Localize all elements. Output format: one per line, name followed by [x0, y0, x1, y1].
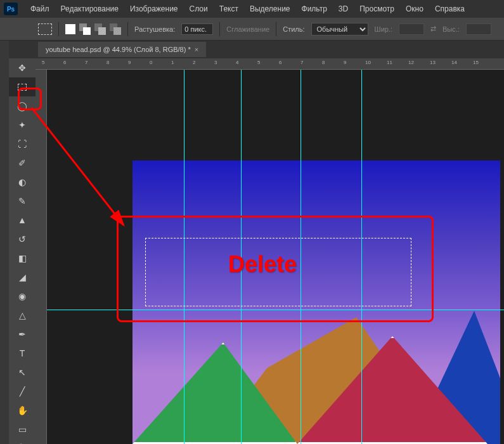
- menu-view[interactable]: Просмотр: [354, 2, 399, 16]
- document-tab-title: youtube head.psd @ 44.9% (Слой 8, RGB/8)…: [46, 46, 191, 53]
- crop-tool[interactable]: ⛶: [9, 134, 36, 153]
- tool-indicator: [38, 23, 52, 35]
- close-tab-icon[interactable]: ×: [195, 46, 198, 53]
- patch-tool[interactable]: ◐: [9, 173, 36, 192]
- stamp-tool[interactable]: ▲: [9, 211, 36, 230]
- menu-3d[interactable]: 3D: [333, 2, 353, 16]
- width-input: [399, 23, 424, 35]
- new-selection-icon[interactable]: [65, 24, 75, 34]
- feather-input[interactable]: [181, 23, 213, 35]
- menu-edit[interactable]: Редактирование: [56, 2, 124, 16]
- style-label: Стиль:: [283, 25, 304, 33]
- path-tool[interactable]: ╱: [9, 382, 36, 401]
- divider: [127, 22, 128, 36]
- divider: [276, 22, 276, 36]
- menu-layers[interactable]: Слои: [184, 2, 213, 16]
- artwork: [132, 160, 500, 444]
- shape-tool[interactable]: ▭: [9, 420, 36, 439]
- style-select[interactable]: Обычный: [311, 23, 368, 36]
- menu-window[interactable]: Окно: [401, 2, 429, 16]
- divider: [219, 22, 220, 36]
- swap-icon: ⇄: [430, 25, 436, 33]
- guide-vertical[interactable]: [184, 70, 184, 444]
- height-input: [466, 23, 491, 35]
- guide-vertical[interactable]: [361, 70, 362, 444]
- dodge-tool[interactable]: △: [9, 306, 36, 325]
- menu-filter[interactable]: Фильтр: [297, 2, 332, 16]
- gradient-tool[interactable]: ◢: [9, 268, 36, 287]
- history-tool[interactable]: ↺: [9, 230, 36, 249]
- menu-help[interactable]: Справка: [430, 2, 470, 16]
- horizontal-ruler: 5 6 7 8 9 0 1 2 3 4 5 6 7 8 9 10 11 12 1…: [36, 58, 504, 70]
- divider: [58, 22, 59, 36]
- feather-label: Растушевка:: [134, 25, 175, 33]
- document-tab[interactable]: youtube head.psd @ 44.9% (Слой 8, RGB/8)…: [38, 42, 206, 57]
- pen-tool[interactable]: ✒: [9, 325, 36, 344]
- annotation-text: Delete: [228, 251, 297, 278]
- subtract-selection-icon[interactable]: [94, 23, 106, 35]
- menu-file[interactable]: Файл: [25, 2, 55, 16]
- eraser-tool[interactable]: ◧: [9, 249, 36, 268]
- toolbar: ✥ ◯ ✦ ⛶ ✐ ◐ ✎ ▲ ↺ ◧ ◢ ◉ △ ✒ T ↖ ╱ ✋ ▭ 🔍: [9, 58, 36, 444]
- vertical-ruler: [36, 70, 47, 444]
- width-label: Шир.:: [375, 25, 392, 33]
- menu-text[interactable]: Текст: [214, 2, 243, 16]
- height-label: Выс.:: [443, 25, 460, 33]
- guide-horizontal[interactable]: [47, 310, 504, 310]
- add-selection-icon[interactable]: [79, 23, 91, 35]
- antialias-label: Сглаживание: [226, 25, 269, 33]
- menu-select[interactable]: Выделение: [245, 2, 295, 16]
- ps-logo: Ps: [4, 3, 18, 15]
- move-tool[interactable]: ✥: [9, 58, 36, 77]
- intersect-selection-icon[interactable]: [110, 23, 121, 35]
- left-panel-strip: [0, 41, 9, 444]
- hand-tool[interactable]: ✋: [9, 401, 36, 420]
- guide-vertical[interactable]: [300, 70, 301, 444]
- eyedropper-tool[interactable]: ✐: [9, 153, 36, 173]
- lasso-tool[interactable]: ◯: [9, 96, 36, 115]
- marquee-tool[interactable]: [9, 77, 36, 96]
- arrow-tool[interactable]: ↖: [9, 363, 36, 382]
- zoom-tool[interactable]: 🔍: [9, 439, 36, 444]
- blur-tool[interactable]: ◉: [9, 287, 36, 306]
- wand-tool[interactable]: ✦: [9, 115, 36, 134]
- brush-tool[interactable]: ✎: [9, 192, 36, 211]
- text-tool[interactable]: T: [9, 344, 36, 363]
- menu-image[interactable]: Изображение: [125, 2, 183, 16]
